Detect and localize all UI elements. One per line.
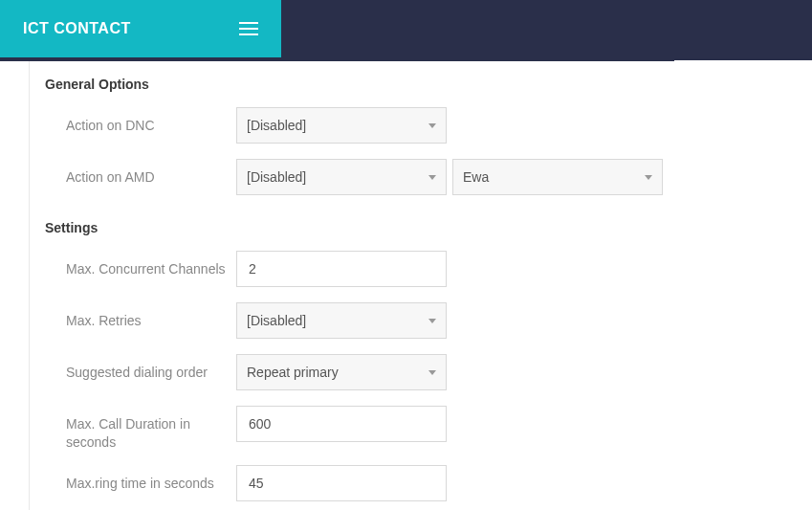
select-value: [Disabled] — [247, 169, 306, 185]
input-max-ring-time[interactable] — [236, 465, 447, 501]
select-action-amd[interactable]: [Disabled] — [236, 159, 447, 195]
row-max-call-duration: Max. Call Duration in seconds — [45, 406, 812, 452]
topbar: ICT CONTACT — [0, 0, 812, 61]
label-max-call-duration: Max. Call Duration in seconds — [45, 406, 236, 452]
select-action-amd-secondary[interactable]: Ewa — [452, 159, 663, 195]
chevron-down-icon — [645, 175, 652, 180]
select-max-retries[interactable]: [Disabled] — [236, 302, 447, 339]
menu-icon[interactable] — [239, 22, 258, 35]
input-max-channels[interactable] — [236, 251, 447, 287]
select-value: Ewa — [463, 169, 489, 185]
row-action-dnc: Action on DNC [Disabled] — [45, 107, 812, 145]
row-max-channels: Max. Concurrent Channels — [45, 251, 812, 289]
row-dialing-order: Suggested dialing order Repeat primary — [45, 354, 812, 392]
chevron-down-icon — [428, 123, 436, 128]
label-dialing-order: Suggested dialing order — [45, 354, 236, 382]
select-action-dnc[interactable]: [Disabled] — [236, 107, 447, 144]
section-title-settings: Settings — [45, 220, 812, 235]
select-value: Repeat primary — [247, 365, 339, 380]
select-value: [Disabled] — [247, 118, 306, 133]
brand-title: ICT CONTACT — [23, 20, 131, 37]
row-max-retries: Max. Retries [Disabled] — [45, 302, 812, 341]
input-max-call-duration[interactable] — [236, 406, 447, 442]
section-title-general: General Options — [45, 77, 812, 92]
chevron-down-icon — [428, 319, 436, 323]
brand-tab: ICT CONTACT — [0, 0, 281, 57]
label-action-dnc: Action on DNC — [45, 107, 236, 135]
select-dialing-order[interactable]: Repeat primary — [236, 354, 447, 390]
form-content: General Options Action on DNC [Disabled]… — [29, 61, 812, 510]
label-max-ring-time: Max.ring time in seconds — [45, 465, 236, 493]
chevron-down-icon — [428, 370, 436, 375]
row-max-ring-time: Max.ring time in seconds — [45, 465, 812, 503]
label-max-channels: Max. Concurrent Channels — [45, 251, 236, 278]
select-value: [Disabled] — [247, 313, 306, 328]
row-action-amd: Action on AMD [Disabled] Ewa — [45, 159, 812, 197]
label-action-amd: Action on AMD — [45, 159, 236, 187]
label-max-retries: Max. Retries — [45, 302, 236, 330]
chevron-down-icon — [428, 175, 436, 180]
